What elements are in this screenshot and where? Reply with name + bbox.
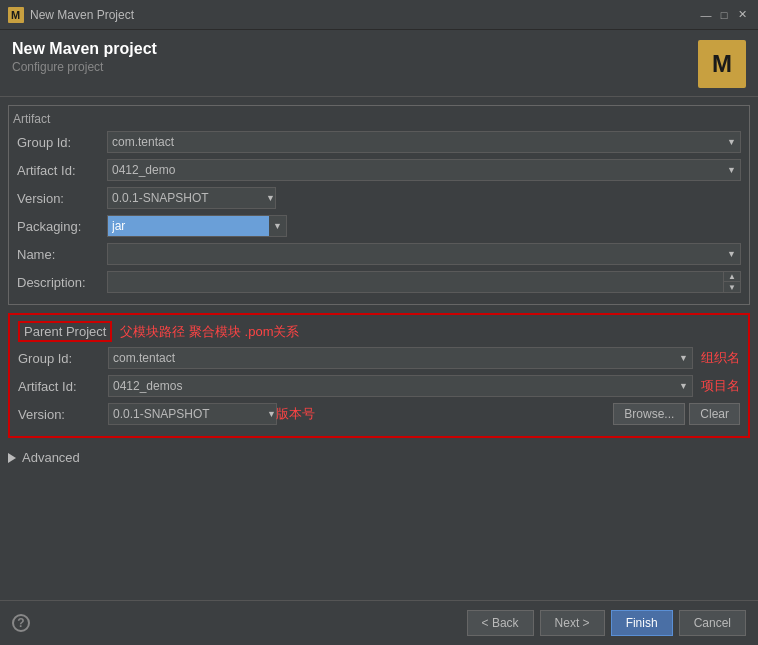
parent-project-section: Parent Project 父模块路径 聚合模块 .pom关系 Group I…	[8, 313, 750, 438]
description-down-arrow[interactable]: ▼	[724, 282, 740, 292]
artifact-section: Artifact Group Id: ▼ Artifact Id: ▼ Ver	[8, 105, 750, 305]
bottom-bar: ? < Back Next > Finish Cancel	[0, 600, 758, 645]
description-row: Description: ▲ ▼	[17, 270, 741, 294]
browse-button[interactable]: Browse...	[613, 403, 685, 425]
close-button[interactable]: ✕	[734, 7, 750, 23]
dialog-content: New Maven project Configure project M Ar…	[0, 30, 758, 645]
group-id-row: Group Id: ▼	[17, 130, 741, 154]
artifact-id-row: Artifact Id: ▼	[17, 158, 741, 182]
parent-group-id-row: Group Id: ▼ 组织名	[18, 346, 740, 370]
parent-version-annotation: 版本号	[276, 405, 315, 423]
back-button[interactable]: < Back	[467, 610, 534, 636]
parent-group-id-label: Group Id:	[18, 351, 108, 366]
parent-version-input[interactable]	[108, 403, 267, 425]
parent-group-id-field: ▼	[108, 347, 693, 369]
parent-group-id-input[interactable]	[108, 347, 675, 369]
minimize-button[interactable]: —	[698, 7, 714, 23]
title-bar: M New Maven Project — □ ✕	[0, 0, 758, 30]
parent-version-label: Version:	[18, 407, 108, 422]
parent-annotation: 父模块路径 聚合模块 .pom关系	[120, 323, 299, 341]
packaging-label: Packaging:	[17, 219, 107, 234]
version-row: Version: ▼	[17, 186, 741, 210]
description-input[interactable]	[107, 271, 724, 293]
artifact-section-label: Artifact	[13, 112, 741, 126]
parent-version-field: ▼	[108, 403, 268, 425]
version-label: Version:	[17, 191, 107, 206]
packaging-input[interactable]	[107, 215, 269, 237]
parent-version-row: Version: ▼ 版本号 Browse... Clear	[18, 402, 740, 426]
name-dropdown-arrow[interactable]: ▼	[723, 243, 741, 265]
group-id-input[interactable]	[107, 131, 723, 153]
parent-group-id-dropdown[interactable]: ▼	[675, 347, 693, 369]
parent-artifact-id-row: Artifact Id: ▼ 项目名	[18, 374, 740, 398]
version-input[interactable]	[107, 187, 266, 209]
parent-section-header: Parent Project 父模块路径 聚合模块 .pom关系	[18, 321, 740, 342]
app-icon: M	[8, 7, 24, 23]
parent-artifact-id-dropdown[interactable]: ▼	[675, 375, 693, 397]
parent-artifact-id-input[interactable]	[108, 375, 675, 397]
name-label: Name:	[17, 247, 107, 262]
parent-artifact-id-label: Artifact Id:	[18, 379, 108, 394]
svg-text:M: M	[11, 9, 20, 21]
group-id-field: ▼	[107, 131, 741, 153]
name-field: ▼	[107, 243, 741, 265]
maven-icon: M	[698, 40, 746, 88]
advanced-label: Advanced	[22, 450, 80, 465]
artifact-id-input[interactable]	[107, 159, 723, 181]
description-field: ▲ ▼	[107, 271, 741, 293]
group-id-dropdown-arrow[interactable]: ▼	[723, 131, 741, 153]
clear-button[interactable]: Clear	[689, 403, 740, 425]
packaging-field: ▼	[107, 215, 287, 237]
group-id-label: Group Id:	[17, 135, 107, 150]
window-title: New Maven Project	[30, 8, 698, 22]
description-label: Description:	[17, 275, 107, 290]
parent-project-label: Parent Project	[18, 321, 112, 342]
maximize-button[interactable]: □	[716, 7, 732, 23]
artifact-id-field: ▼	[107, 159, 741, 181]
parent-artifact-id-field: ▼	[108, 375, 693, 397]
packaging-row: Packaging: ▼	[17, 214, 741, 238]
window-controls: — □ ✕	[698, 7, 750, 23]
advanced-section: Advanced	[8, 446, 750, 469]
form-area: Artifact Group Id: ▼ Artifact Id: ▼ Ver	[0, 97, 758, 645]
advanced-toggle[interactable]: Advanced	[8, 450, 750, 465]
name-row: Name: ▼	[17, 242, 741, 266]
header-text-area: New Maven project Configure project	[12, 40, 157, 74]
dialog-header: New Maven project Configure project M	[0, 30, 758, 97]
dialog-subtitle: Configure project	[12, 60, 157, 74]
advanced-triangle-icon	[8, 453, 16, 463]
parent-artifact-id-annotation: 项目名	[701, 377, 740, 395]
artifact-id-label: Artifact Id:	[17, 163, 107, 178]
name-input[interactable]	[107, 243, 723, 265]
parent-group-id-annotation: 组织名	[701, 349, 740, 367]
dialog-title: New Maven project	[12, 40, 157, 58]
bottom-buttons: < Back Next > Finish Cancel	[467, 610, 746, 636]
description-spinners: ▲ ▼	[724, 271, 741, 293]
cancel-button[interactable]: Cancel	[679, 610, 746, 636]
next-button[interactable]: Next >	[540, 610, 605, 636]
packaging-dropdown-arrow[interactable]: ▼	[269, 215, 287, 237]
version-dropdown-arrow[interactable]: ▼	[266, 187, 276, 209]
version-field: ▼	[107, 187, 267, 209]
description-up-arrow[interactable]: ▲	[724, 272, 740, 282]
finish-button[interactable]: Finish	[611, 610, 673, 636]
artifact-id-dropdown-arrow[interactable]: ▼	[723, 159, 741, 181]
help-icon[interactable]: ?	[12, 614, 30, 632]
